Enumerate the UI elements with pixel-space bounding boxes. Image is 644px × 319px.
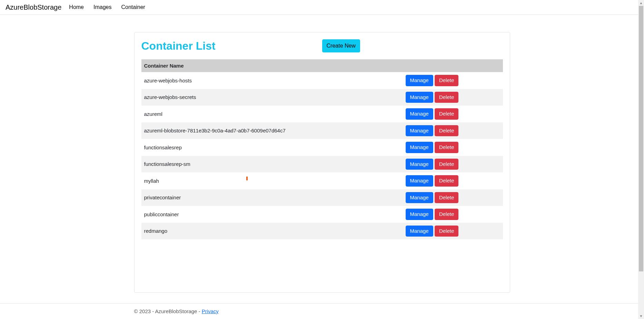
manage-button[interactable]: Manage xyxy=(406,125,433,137)
table-row: azuremlManage Delete xyxy=(141,106,503,122)
column-header-actions xyxy=(403,59,503,72)
container-name-cell: functionsalesrep-sm xyxy=(141,156,403,173)
brand-link[interactable]: AzureBlobStorage xyxy=(6,3,61,11)
create-new-button[interactable]: Create New xyxy=(322,39,360,52)
table-row: privatecontainerManage Delete xyxy=(141,189,503,206)
delete-button[interactable]: Delete xyxy=(435,226,458,237)
page-title: Container List xyxy=(141,40,322,52)
actions-cell: Manage Delete xyxy=(403,189,503,206)
delete-button[interactable]: Delete xyxy=(435,75,458,86)
manage-button[interactable]: Manage xyxy=(406,108,433,120)
actions-cell: Manage Delete xyxy=(403,106,503,122)
actions-cell: Manage Delete xyxy=(403,156,503,173)
top-navbar: AzureBlobStorage Home Images Container xyxy=(0,0,644,15)
manage-button[interactable]: Manage xyxy=(406,92,433,103)
actions-cell: Manage Delete xyxy=(403,89,503,106)
scroll-down-arrow[interactable]: ▼ xyxy=(638,313,644,319)
delete-button[interactable]: Delete xyxy=(435,125,458,137)
footer-text: © 2023 - AzureBlobStorage - xyxy=(134,308,202,314)
table-row: myllahManage Delete xyxy=(141,172,503,189)
vertical-scrollbar[interactable]: ▲ ▼ xyxy=(638,0,644,319)
column-header-name: Container Name xyxy=(141,59,403,72)
container-name-cell: publiccontainer xyxy=(141,206,403,223)
manage-button[interactable]: Manage xyxy=(406,159,433,170)
manage-button[interactable]: Manage xyxy=(406,192,433,203)
nav-home[interactable]: Home xyxy=(67,3,86,12)
card-container: Container List Create New Container Name… xyxy=(134,32,510,293)
container-name-cell: azure-webjobs-secrets xyxy=(141,89,403,106)
scroll-thumb[interactable] xyxy=(639,6,643,271)
table-row: redmangoManage Delete xyxy=(141,223,503,240)
container-table: Container Name azure-webjobs-hostsManage… xyxy=(141,59,503,239)
manage-button[interactable]: Manage xyxy=(406,209,433,220)
manage-button[interactable]: Manage xyxy=(406,142,433,153)
actions-cell: Manage Delete xyxy=(403,206,503,223)
container-name-cell: privatecontainer xyxy=(141,189,403,206)
manage-button[interactable]: Manage xyxy=(406,226,433,237)
table-row: functionsalesrep-smManage Delete xyxy=(141,156,503,173)
delete-button[interactable]: Delete xyxy=(435,142,458,153)
container-name-cell: azure-webjobs-hosts xyxy=(141,72,403,89)
container-name-cell: myllah xyxy=(141,172,403,189)
container-name-cell: redmango xyxy=(141,223,403,240)
delete-button[interactable]: Delete xyxy=(435,108,458,120)
delete-button[interactable]: Delete xyxy=(435,175,458,187)
actions-cell: Manage Delete xyxy=(403,139,503,156)
actions-cell: Manage Delete xyxy=(403,122,503,139)
actions-cell: Manage Delete xyxy=(403,72,503,89)
nav-container[interactable]: Container xyxy=(119,3,147,12)
page-footer: © 2023 - AzureBlobStorage - Privacy xyxy=(0,303,644,319)
table-row: functionsalesrepManage Delete xyxy=(141,139,503,156)
container-name-cell: azureml-blobstore-7811e3b2-9c0a-4ad7-a0b… xyxy=(141,122,403,139)
delete-button[interactable]: Delete xyxy=(435,159,458,170)
nav-images[interactable]: Images xyxy=(91,3,113,12)
actions-cell: Manage Delete xyxy=(403,223,503,240)
delete-button[interactable]: Delete xyxy=(435,192,458,203)
container-name-cell: functionsalesrep xyxy=(141,139,403,156)
delete-button[interactable]: Delete xyxy=(435,209,458,220)
table-row: azure-webjobs-hostsManage Delete xyxy=(141,72,503,89)
privacy-link[interactable]: Privacy xyxy=(202,308,219,314)
delete-button[interactable]: Delete xyxy=(435,92,458,103)
table-row: azure-webjobs-secretsManage Delete xyxy=(141,89,503,106)
table-row: azureml-blobstore-7811e3b2-9c0a-4ad7-a0b… xyxy=(141,122,503,139)
table-row: publiccontainerManage Delete xyxy=(141,206,503,223)
manage-button[interactable]: Manage xyxy=(406,175,433,187)
manage-button[interactable]: Manage xyxy=(406,75,433,86)
container-name-cell: azureml xyxy=(141,106,403,122)
actions-cell: Manage Delete xyxy=(403,172,503,189)
scroll-up-arrow[interactable]: ▲ xyxy=(638,0,644,6)
